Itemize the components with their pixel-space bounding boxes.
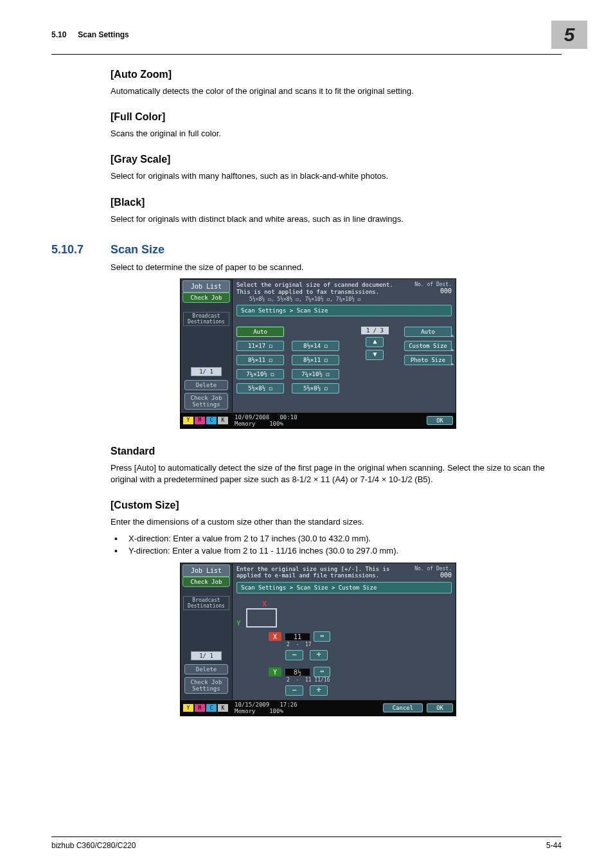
heading-standard: Standard bbox=[111, 446, 562, 457]
panel-main-area: No. of Dest. 000 Select the original siz… bbox=[233, 279, 456, 412]
panel-main-area: No. of Dest. 000 Enter the original size… bbox=[233, 563, 456, 700]
ok-button[interactable]: OK bbox=[427, 416, 453, 425]
delete-button[interactable]: Delete bbox=[184, 664, 228, 674]
swap-icon[interactable]: ⇔ bbox=[314, 667, 330, 677]
delete-button[interactable]: Delete bbox=[184, 380, 228, 390]
broadcast-destinations-label: Broadcast Destinations bbox=[183, 312, 229, 326]
size-option[interactable]: 5½×8½ ◻ bbox=[236, 383, 284, 393]
header-section-title: Scan Settings bbox=[78, 30, 129, 39]
toner-c-icon: C bbox=[206, 704, 217, 712]
y-dimension-label: Y bbox=[269, 667, 281, 676]
check-job-tab[interactable]: Check Job bbox=[182, 577, 230, 587]
sidebar-page-indicator: 1/ 1 bbox=[191, 367, 222, 376]
text-custom-size: Enter the dimensions of a custom size ot… bbox=[111, 516, 562, 528]
dest-count-value: 000 bbox=[414, 572, 452, 579]
size-option[interactable]: 8½×14 ◻ bbox=[292, 341, 339, 351]
status-date: 10/15/2009 bbox=[235, 701, 269, 708]
size-options-col-mid: 8½×14 ◻ 8½×11 ◻ 7¼×10½ ◻ 5½×8½ ◻ bbox=[292, 341, 339, 393]
status-memory-label: Memory bbox=[235, 708, 256, 714]
size-option[interactable]: 7¼×10½ ◻ bbox=[236, 369, 284, 379]
check-job-tab[interactable]: Check Job bbox=[182, 293, 230, 303]
status-time: 00:10 bbox=[280, 414, 297, 420]
heading-full-color: [Full Color] bbox=[111, 111, 562, 123]
tab-photo-size[interactable]: Photo Size bbox=[404, 355, 452, 365]
size-preview-box bbox=[246, 608, 277, 628]
bullet-y-direction: Y-direction: Enter a value from 2 to 11 … bbox=[111, 545, 562, 557]
size-option[interactable]: 5½×8½ ◻ bbox=[292, 383, 339, 393]
panel-breadcrumb: Scan Settings > Scan Size > Custom Size bbox=[236, 582, 452, 593]
status-memory-label: Memory bbox=[235, 420, 256, 427]
panel-message-line1: Select the original size of scanned docu… bbox=[236, 282, 393, 288]
minus-button[interactable]: − bbox=[285, 685, 303, 696]
panel-message-subsizes: 5½×8½ ◻, 5½×8½ ◻, 7¼×10½ ◻, 7¼×10½ ◻ bbox=[249, 296, 360, 302]
y-dimension-range: 2 - 11 11/16 bbox=[287, 677, 452, 683]
plus-button[interactable]: + bbox=[310, 685, 328, 696]
dest-count-box: No. of Dest. 000 bbox=[414, 282, 452, 294]
sidebar-page-indicator: 1/ 1 bbox=[191, 651, 222, 660]
cancel-button[interactable]: Cancel bbox=[383, 703, 423, 712]
status-datetime: 10/09/2008 00:10 Memory 100% bbox=[235, 414, 298, 427]
pager-count: 1 / 3 bbox=[361, 327, 389, 334]
panel-message-line2: applied to e-mail and file transmissions… bbox=[236, 572, 379, 579]
arrow-down-icon[interactable]: ▼ bbox=[366, 350, 384, 360]
size-option[interactable]: 11×17 ◻ bbox=[236, 341, 284, 351]
size-option[interactable]: 8½×11 ◻ bbox=[236, 355, 284, 365]
check-job-settings-button[interactable]: Check Job Settings bbox=[184, 393, 228, 410]
job-list-tab[interactable]: Job List bbox=[182, 565, 230, 577]
minus-button[interactable]: − bbox=[285, 650, 303, 660]
arrow-up-icon[interactable]: ▲ bbox=[366, 337, 384, 347]
toner-levels: Y M C K bbox=[183, 704, 228, 712]
dest-count-value: 000 bbox=[414, 287, 452, 294]
size-option-auto[interactable]: Auto bbox=[236, 327, 284, 337]
panel-message-line2: This is not applied to fax transmissions… bbox=[236, 289, 379, 295]
text-standard: Press [Auto] to automatically detect the… bbox=[111, 462, 562, 485]
bullet-x-direction: X-direction: Enter a value from 2 to 17 … bbox=[111, 532, 562, 545]
x-dimension-range: 2 - 17 bbox=[287, 642, 452, 647]
text-full-color: Scans the original in full color. bbox=[111, 128, 562, 140]
custom-size-editor: Y X X 11 ⇔ 2 - 17 bbox=[236, 600, 452, 696]
heading-custom-size: [Custom Size] bbox=[111, 500, 562, 511]
toner-m-icon: M bbox=[195, 417, 205, 424]
tab-auto[interactable]: Auto bbox=[404, 327, 452, 337]
size-option[interactable]: 7¼×10½ ◻ bbox=[292, 369, 339, 379]
footer-model: bizhub C360/C280/C220 bbox=[51, 841, 136, 850]
tab-custom-size[interactable]: Custom Size bbox=[404, 341, 452, 351]
dest-count-box: No. of Dest. 000 bbox=[414, 566, 452, 579]
plus-button[interactable]: + bbox=[310, 650, 328, 660]
status-datetime: 10/15/2009 17:26 Memory 100% bbox=[235, 701, 298, 714]
dest-count-label: No. of Dest. bbox=[414, 566, 452, 572]
axis-x-label: X bbox=[262, 600, 267, 608]
footer-page-number: 5-44 bbox=[546, 841, 562, 850]
size-options-col-left: Auto 11×17 ◻ 8½×11 ◻ 7¼×10½ ◻ 5½×8½ ◻ bbox=[236, 327, 284, 393]
job-list-sidebar: Job List Check Job Broadcast Destination… bbox=[181, 279, 233, 412]
broadcast-destinations-label: Broadcast Destinations bbox=[183, 596, 229, 610]
status-memory-value: 100% bbox=[269, 420, 283, 427]
text-gray-scale: Select for originals with many halftones… bbox=[111, 170, 562, 182]
axis-y-label: Y bbox=[236, 619, 241, 628]
section-number: 5.10.7 bbox=[51, 243, 111, 257]
ok-button[interactable]: OK bbox=[427, 703, 453, 712]
toner-c-icon: C bbox=[206, 417, 217, 424]
toner-m-icon: M bbox=[195, 704, 205, 712]
x-dimension-value: 11 bbox=[285, 633, 310, 640]
status-date: 10/09/2008 bbox=[235, 414, 269, 420]
header-rule bbox=[51, 54, 562, 55]
figure-scan-size-panel: Job List Check Job Broadcast Destination… bbox=[180, 278, 456, 429]
panel-message-line1: Enter the original size using [+/-]. Thi… bbox=[236, 566, 389, 572]
toner-levels: Y M C K bbox=[183, 417, 228, 424]
y-dimension-value: 8½ bbox=[285, 669, 310, 676]
status-time: 17:26 bbox=[280, 701, 297, 708]
size-option[interactable]: 8½×11 ◻ bbox=[292, 355, 339, 365]
swap-icon[interactable]: ⇔ bbox=[314, 631, 330, 642]
job-list-tab[interactable]: Job List bbox=[182, 280, 230, 293]
dest-count-label: No. of Dest. bbox=[414, 282, 452, 287]
size-side-tabs: Auto Custom Size Photo Size bbox=[404, 327, 452, 393]
panel-status-bar: Y M C K 10/15/2009 17:26 Memory 100% Can… bbox=[181, 700, 456, 716]
check-job-settings-button[interactable]: Check Job Settings bbox=[184, 677, 228, 694]
section-title: Scan Size bbox=[111, 243, 164, 257]
text-auto-zoom: Automatically detects the color of the o… bbox=[111, 86, 562, 97]
toner-k-icon: K bbox=[218, 417, 228, 424]
panel-breadcrumb: Scan Settings > Scan Size bbox=[236, 305, 452, 316]
toner-y-icon: Y bbox=[183, 704, 193, 712]
header-section-number: 5.10 bbox=[51, 30, 66, 39]
